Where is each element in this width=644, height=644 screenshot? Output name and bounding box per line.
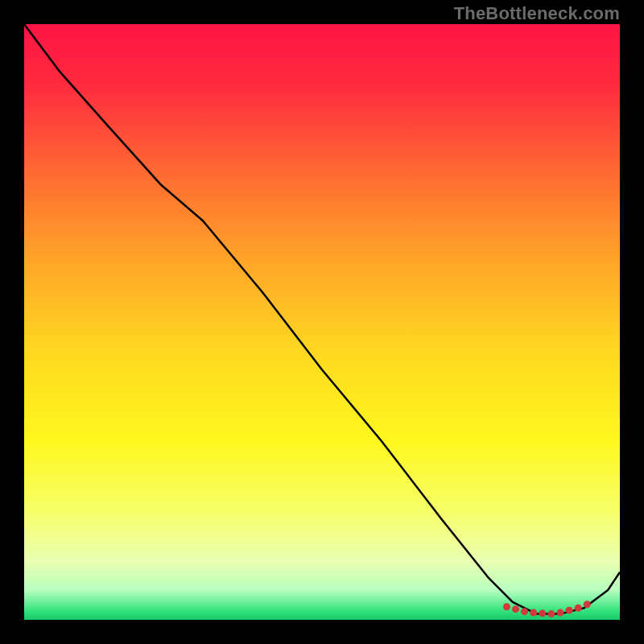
marker-point <box>547 610 555 617</box>
plot-background <box>24 24 620 620</box>
marker-point <box>539 609 546 617</box>
chart-frame: TheBottleneck.com <box>0 0 644 644</box>
marker-point <box>512 605 519 613</box>
bottleneck-chart <box>0 0 644 644</box>
marker-point <box>521 608 528 615</box>
marker-point <box>557 609 564 617</box>
marker-point <box>530 609 537 617</box>
marker-point <box>566 607 573 614</box>
marker-point <box>503 603 510 610</box>
marker-point <box>575 605 582 612</box>
marker-point <box>584 601 591 608</box>
watermark-text: TheBottleneck.com <box>454 3 620 24</box>
